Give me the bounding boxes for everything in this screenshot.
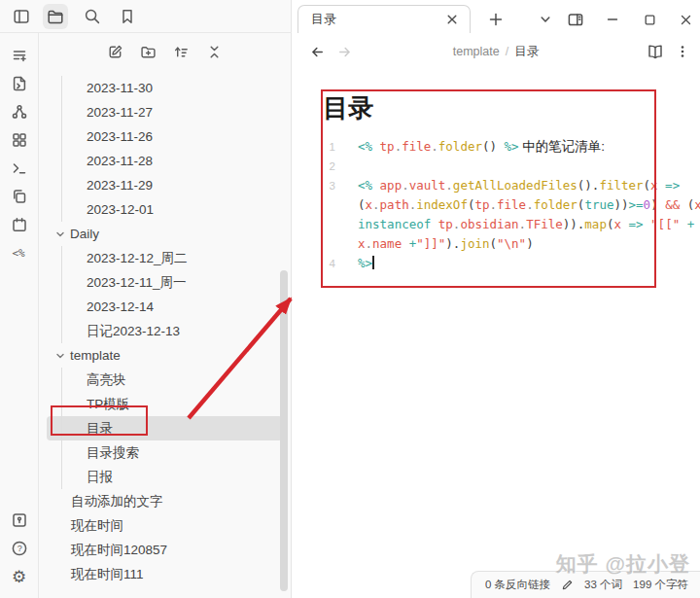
file-explorer: 2023-11-302023-11-272023-11-262023-11-28… (39, 33, 291, 598)
left-panel: <% ? ⚙ (0, 0, 292, 598)
tree-folder-Daily[interactable]: Daily (47, 222, 283, 246)
line-number: 3 (292, 176, 335, 195)
tab-active[interactable]: 目录 (298, 5, 471, 33)
tree-file-现在时间120857[interactable]: 现在时间120857 (47, 538, 283, 562)
tree-item-label: 2023-12-14 (87, 299, 154, 314)
tree-item-label: 日报 (87, 469, 113, 486)
list-plus-icon[interactable] (11, 47, 28, 64)
watermark: 知乎 @拉小登 (556, 550, 690, 578)
line-number (292, 195, 335, 215)
note-editor[interactable]: 目录 1<% tp.file.folder() %> 中的笔记清单:23<% a… (292, 70, 700, 569)
tab-list-chevron-button[interactable] (534, 8, 557, 31)
tree-file-2023-11-26[interactable]: 2023-11-26 (47, 124, 283, 149)
tree-item-label: 2023-11-26 (87, 129, 153, 144)
sort-icon[interactable] (173, 43, 191, 60)
settings-gear-icon[interactable]: ⚙ (11, 568, 28, 585)
tree-folder-template[interactable]: template (47, 343, 283, 368)
file-tree: 2023-11-302023-11-272023-11-262023-11-28… (39, 76, 291, 598)
tree-item-label: Daily (70, 227, 99, 241)
code-line: 3<% app.vault.getAllLoadedFiles().filter… (292, 176, 700, 195)
minimize-button[interactable] (601, 8, 624, 31)
tree-file-TP模版[interactable]: TP模版 (47, 392, 283, 416)
tree-file-现在时间111[interactable]: 现在时间111 (47, 562, 283, 586)
help-icon[interactable]: ? (11, 540, 28, 557)
code-line: 1<% tp.file.folder() %> 中的笔记清单: (292, 137, 700, 157)
bookmark-icon (119, 8, 136, 25)
maximize-button[interactable] (638, 8, 661, 31)
char-count[interactable]: 199 个字符 (633, 578, 688, 592)
breadcrumb: template / 目录 (292, 35, 700, 68)
view-header: template / 目录 (292, 35, 700, 68)
tree-file-日记2023-12-13[interactable]: 日记2023-12-13 (47, 319, 283, 343)
reading-mode-icon[interactable] (644, 40, 667, 63)
breadcrumb-folder[interactable]: template (453, 45, 500, 58)
tree-item-label: 自动添加的文字 (71, 493, 163, 510)
grid-icon[interactable] (11, 131, 28, 149)
tree-item-label: 2023-11-27 (87, 105, 153, 120)
terminal-icon[interactable] (11, 159, 28, 177)
tree-file-2023-12-14[interactable]: 2023-12-14 (47, 295, 283, 319)
word-count[interactable]: 33 个词 (584, 578, 622, 592)
panel-left-icon (13, 8, 30, 25)
tree-file-2023-12-12_周二[interactable]: 2023-12-12_周二 (47, 246, 283, 270)
vault-switcher-icon[interactable] (11, 511, 28, 529)
new-tab-button[interactable] (484, 8, 508, 31)
tree-item-label: 2023-11-29 (87, 178, 153, 193)
templater-icon[interactable]: <% (11, 244, 28, 262)
tree-file-2023-12-01[interactable]: 2023-12-01 (47, 197, 283, 222)
bookmarks-tab-button[interactable] (115, 4, 140, 29)
explorer-actions (39, 33, 291, 70)
line-number: 1 (292, 137, 335, 157)
search-icon (84, 8, 101, 25)
tab-close-icon[interactable] (443, 11, 461, 28)
tree-file-目录搜索[interactable]: 目录搜索 (47, 440, 283, 465)
text-cursor (372, 256, 374, 269)
code-block[interactable]: 1<% tp.file.folder() %> 中的笔记清单:23<% app.… (292, 137, 700, 273)
left-header (0, 0, 292, 33)
folder-icon (47, 8, 64, 25)
copy-icon[interactable] (11, 188, 28, 205)
file-explorer-tab-button[interactable] (43, 4, 68, 29)
window-close-button[interactable] (674, 8, 697, 31)
breadcrumb-file[interactable]: 目录 (514, 44, 539, 60)
calendar-icon[interactable] (11, 216, 28, 233)
tree-item-label: 现在时间111 (71, 566, 144, 583)
breadcrumb-separator: / (506, 45, 508, 58)
tree-item-label: 2023-12-12_周二 (87, 250, 188, 267)
sidebar-scrollbar[interactable] (280, 270, 288, 591)
chevron-down-icon (55, 351, 65, 361)
graph-icon[interactable] (11, 103, 28, 121)
tree-file-2023-12-11_周一[interactable]: 2023-12-11_周一 (47, 270, 283, 295)
tree-file-2023-11-29[interactable]: 2023-11-29 (47, 173, 283, 197)
tree-file-自动添加的文字[interactable]: 自动添加的文字 (47, 489, 283, 513)
new-folder-icon[interactable] (140, 43, 158, 60)
tree-file-2023-11-28[interactable]: 2023-11-28 (47, 149, 283, 173)
note-title[interactable]: 目录 (323, 91, 700, 125)
tree-item-label: 2023-12-11_周一 (87, 274, 187, 292)
tree-file-2023-11-27[interactable]: 2023-11-27 (47, 100, 283, 124)
file-import-icon[interactable] (11, 75, 28, 92)
tree-file-高亮块[interactable]: 高亮块 (47, 368, 283, 392)
code-text: instanceof tp.obsidian.TFile)).map(x => … (358, 215, 694, 234)
more-options-icon[interactable] (671, 40, 694, 63)
tree-file-2023-11-30[interactable]: 2023-11-30 (47, 76, 283, 100)
collapse-all-icon[interactable] (206, 43, 224, 60)
code-text: (x.path.indexOf(tp.file.folder(true))>=0… (358, 195, 700, 215)
code-line: 2 (292, 157, 700, 176)
chevron-down-icon (55, 229, 65, 239)
new-note-icon[interactable] (107, 43, 124, 60)
tree-file-目录[interactable]: 目录 (47, 416, 283, 440)
tree-item-label: 2023-11-30 (87, 81, 153, 95)
svg-text:?: ? (17, 544, 21, 553)
pencil-icon (561, 579, 574, 591)
backlinks-count[interactable]: 0 条反向链接 (485, 578, 550, 592)
search-tab-button[interactable] (80, 4, 105, 29)
tree-item-label: 现在时间120857 (71, 542, 167, 559)
tree-file-日报[interactable]: 日报 (47, 465, 283, 489)
tree-file-现在时间[interactable]: 现在时间 (47, 513, 283, 538)
tree-item-label: 2023-12-01 (87, 202, 154, 217)
split-layout-button[interactable] (564, 8, 587, 31)
code-line: instanceof tp.obsidian.TFile)).map(x => … (292, 215, 700, 234)
tree-item-label: 高亮块 (87, 371, 126, 389)
sidebar-toggle-button[interactable] (9, 4, 34, 29)
